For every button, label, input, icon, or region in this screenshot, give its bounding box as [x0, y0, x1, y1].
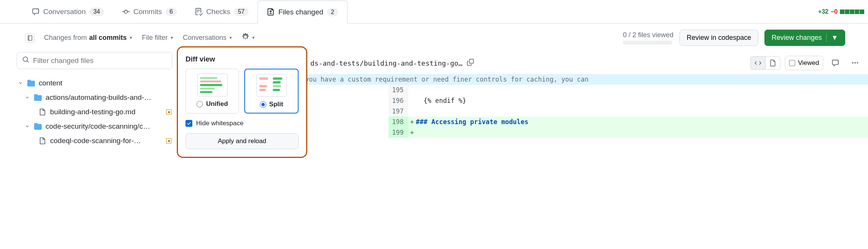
tab-label: Files changed	[278, 8, 323, 16]
caret-down-icon: ▼	[826, 34, 838, 42]
chevron-down-icon	[24, 124, 30, 129]
split-preview	[256, 74, 287, 97]
diff-line: 196 {% endif %}	[388, 95, 868, 106]
filter-input[interactable]	[17, 52, 172, 69]
diff-added-line: 199 +	[388, 127, 868, 138]
progress-bar	[623, 41, 672, 44]
tab-checks[interactable]: Checks 57	[186, 0, 258, 23]
split-option[interactable]: Split	[244, 69, 299, 113]
unified-option[interactable]: Unified	[186, 69, 239, 113]
tab-label: Commits	[134, 8, 162, 16]
deletions: −0	[831, 8, 838, 15]
radio-icon	[260, 101, 266, 108]
apply-reload-button[interactable]: Apply and reload	[186, 133, 299, 148]
tab-commits[interactable]: Commits 6	[113, 0, 186, 23]
tab-conversation[interactable]: Conversation 34	[23, 0, 113, 23]
settings-dropdown[interactable]: ▼	[242, 33, 255, 43]
diff-line: 195	[388, 85, 868, 95]
review-codespace-button[interactable]: Review in codespace	[679, 30, 758, 46]
chevron-down-icon	[17, 80, 24, 86]
checklist-icon	[195, 8, 203, 16]
tree-folder[interactable]: code-security/code-scanning/cr…	[17, 119, 172, 134]
caret-down-icon: ▼	[252, 36, 255, 40]
gear-icon	[242, 33, 249, 43]
counter: 2	[327, 8, 338, 16]
diff-line: 197	[388, 106, 868, 117]
search-icon	[22, 56, 29, 65]
viewed-checkbox[interactable]: Viewed	[785, 56, 823, 70]
comment-icon	[32, 8, 39, 16]
counter: 34	[90, 8, 104, 16]
tab-label: Conversation	[43, 8, 86, 16]
diff-stats: +32 −0	[818, 8, 864, 15]
diff-squares	[840, 9, 864, 14]
more-button[interactable]	[848, 56, 863, 70]
caret-down-icon: ▼	[129, 36, 133, 40]
popover-title: Diff view	[186, 55, 299, 63]
sidebar-toggle[interactable]	[25, 33, 35, 43]
tab-label: Checks	[206, 8, 230, 16]
tree-folder-root[interactable]: content	[17, 76, 172, 90]
rendered-view-button[interactable]	[765, 56, 780, 70]
modified-icon	[166, 109, 171, 115]
review-changes-button[interactable]: Review changes ▼	[764, 30, 845, 46]
checkbox-icon	[186, 120, 192, 127]
caret-down-icon: ▼	[229, 36, 233, 40]
file-diff-icon	[267, 8, 275, 16]
counter: 57	[234, 8, 248, 16]
additions: +32	[818, 8, 829, 15]
filter-field[interactable]	[33, 57, 167, 65]
file-header: ds-and-tests/building-and-testing-go… Vi…	[305, 52, 868, 74]
diff-settings-popover: Diff view Unified	[177, 46, 307, 148]
caret-down-icon: ▼	[170, 36, 174, 40]
tab-files-changed[interactable]: Files changed 2	[258, 0, 348, 24]
diff-added-line: 198 +### Accessing private modules	[388, 117, 868, 127]
file-path: ds-and-tests/building-and-testing-go…	[310, 59, 462, 67]
commit-icon	[122, 8, 130, 16]
file-filter-dropdown[interactable]: File filter ▼	[142, 34, 174, 42]
unified-preview	[197, 74, 228, 96]
tree-file[interactable]: building-and-testing-go.md	[17, 105, 172, 119]
counter: 6	[166, 8, 177, 16]
changes-from-dropdown[interactable]: Changes from all commits ▼	[44, 34, 133, 42]
comment-button[interactable]	[828, 56, 843, 70]
hide-whitespace-checkbox[interactable]: Hide whitespace	[186, 120, 299, 127]
chevron-down-icon	[24, 95, 30, 100]
copy-icon[interactable]	[467, 59, 474, 68]
modified-icon	[166, 138, 171, 143]
files-viewed: 0 / 2 files viewed	[623, 31, 673, 44]
diff-context-line: you have a custom requirement or need fi…	[305, 74, 868, 85]
source-view-button[interactable]	[750, 56, 765, 70]
radio-icon	[197, 101, 203, 107]
conversations-dropdown[interactable]: Conversations ▼	[183, 34, 233, 42]
tree-file[interactable]: codeql-code-scanning-for-…	[17, 134, 172, 148]
tree-folder[interactable]: actions/automating-builds-and-t…	[17, 90, 172, 105]
